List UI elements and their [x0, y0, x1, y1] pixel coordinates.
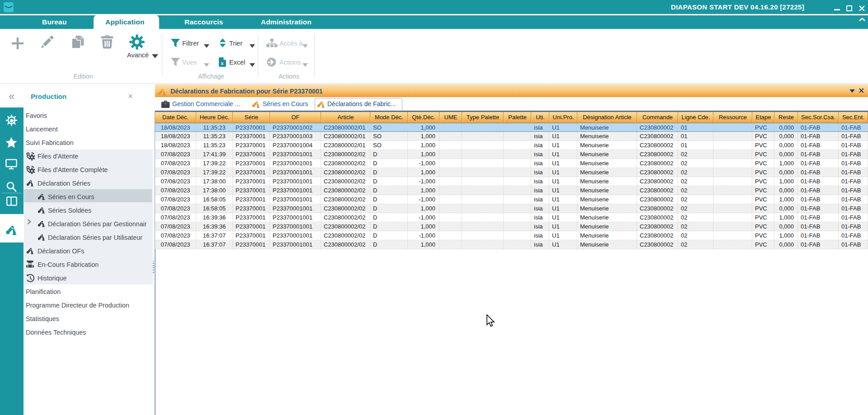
svg-text:x: x — [221, 61, 224, 66]
